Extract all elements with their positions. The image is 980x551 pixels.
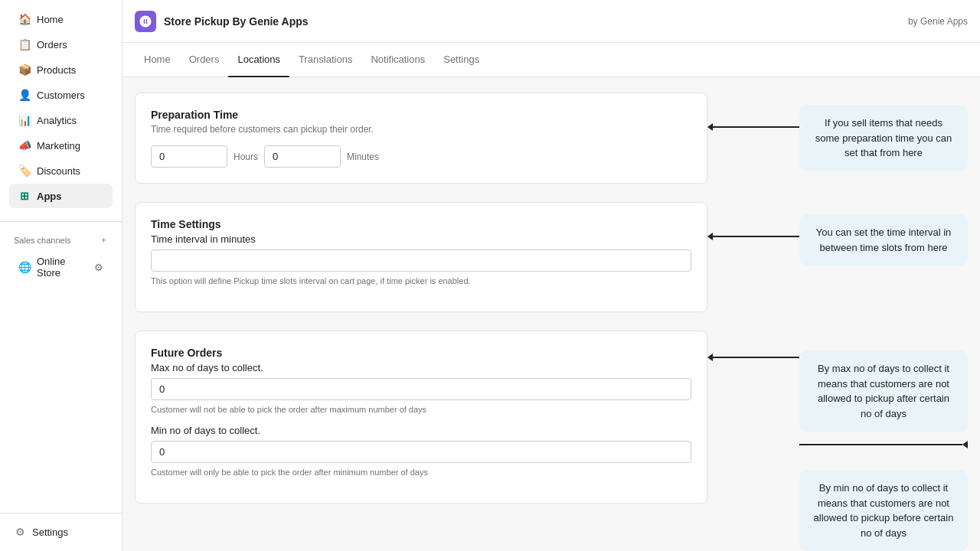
time-interval-block: Time interval in minutes This option wil… bbox=[151, 233, 691, 285]
hours-input[interactable] bbox=[151, 145, 227, 168]
min-days-tooltip: By min no of days to collect it means th… bbox=[799, 470, 968, 551]
sidebar-item-analytics[interactable]: 📊 Analytics bbox=[9, 108, 113, 132]
app-icon bbox=[135, 11, 156, 32]
main-area: Store Pickup By Genie Apps by Genie Apps… bbox=[122, 0, 980, 551]
sidebar-bottom: ⚙ Settings bbox=[0, 507, 122, 551]
time-interval-input[interactable] bbox=[151, 249, 691, 272]
tab-notifications[interactable]: Notifications bbox=[361, 43, 434, 77]
arrow-line-future bbox=[713, 357, 799, 358]
min-days-label: Min no of days to collect. bbox=[151, 425, 691, 436]
sidebar-item-online-store[interactable]: 🌐 Online Store ⚙ bbox=[9, 249, 113, 285]
preparation-time-title: Preparation Time bbox=[151, 109, 691, 121]
minutes-label: Minutes bbox=[347, 152, 379, 162]
sidebar-item-discounts[interactable]: 🏷️ Discounts bbox=[9, 158, 113, 183]
arrow-head-time bbox=[707, 233, 713, 240]
sidebar-item-customers[interactable]: 👤 Customers bbox=[9, 83, 113, 107]
preparation-tooltip: If you sell items that needs some prepar… bbox=[799, 105, 968, 171]
app-title-area: Store Pickup By Genie Apps bbox=[135, 11, 309, 32]
sidebar-divider bbox=[0, 221, 122, 222]
preparation-time-section: Preparation Time Time required before cu… bbox=[135, 93, 968, 184]
arrow-line-prep bbox=[713, 126, 799, 128]
preparation-arrow bbox=[707, 123, 799, 131]
future-orders-arrow bbox=[707, 354, 799, 361]
min-days-hint: Customer will only be able to pick the o… bbox=[151, 468, 691, 477]
time-interval-label: Time interval in minutes bbox=[151, 233, 691, 245]
settings-icon: ⚙ bbox=[14, 526, 26, 538]
time-settings-card: Time Settings Time interval in minutes T… bbox=[135, 202, 707, 312]
preparation-time-inputs: Hours Minutes bbox=[151, 145, 691, 168]
future-orders-card: Future Orders Max no of days to collect.… bbox=[135, 331, 707, 504]
sidebar-bottom-divider bbox=[0, 513, 122, 514]
analytics-icon: 📊 bbox=[18, 114, 31, 126]
sidebar-item-orders[interactable]: 📋 Orders bbox=[9, 32, 113, 57]
min-days-arrow-row bbox=[799, 441, 968, 448]
tab-locations[interactable]: Locations bbox=[228, 43, 289, 77]
hours-label: Hours bbox=[234, 152, 258, 162]
discounts-icon: 🏷️ bbox=[18, 165, 31, 177]
min-days-input[interactable] bbox=[151, 441, 691, 463]
max-days-hint: Customer will not be able to pick the or… bbox=[151, 405, 691, 414]
online-store-settings-icon[interactable]: ⚙ bbox=[94, 262, 103, 273]
app-icon-svg bbox=[139, 15, 152, 28]
minutes-input[interactable] bbox=[264, 145, 341, 168]
arrow-head-future bbox=[707, 354, 713, 361]
sidebar: 🏠 Home 📋 Orders 📦 Products 👤 Customers 📊… bbox=[0, 0, 122, 551]
customers-icon: 👤 bbox=[18, 89, 31, 101]
max-days-input[interactable] bbox=[151, 378, 691, 400]
preparation-time-subtitle: Time required before customers can picku… bbox=[151, 124, 691, 135]
sidebar-item-products[interactable]: 📦 Products bbox=[9, 57, 113, 82]
sidebar-item-apps[interactable]: ⊞ Apps bbox=[9, 184, 113, 208]
future-orders-title: Future Orders bbox=[151, 347, 691, 359]
future-orders-tooltips: By max no of days to collect it means th… bbox=[799, 338, 968, 551]
online-store-icon: 🌐 bbox=[18, 261, 31, 273]
arrow-line-min bbox=[799, 444, 962, 445]
products-icon: 📦 bbox=[18, 64, 31, 76]
tabs-nav: Home Orders Locations Translations Notif… bbox=[122, 43, 980, 77]
time-settings-section: Time Settings Time interval in minutes T… bbox=[135, 202, 968, 312]
tab-translations[interactable]: Translations bbox=[289, 43, 361, 77]
app-title: Store Pickup By Genie Apps bbox=[164, 15, 309, 28]
add-sales-channel-icon[interactable]: ＋ bbox=[100, 234, 108, 246]
tab-orders[interactable]: Orders bbox=[180, 43, 229, 77]
sidebar-item-home[interactable]: 🏠 Home bbox=[9, 7, 113, 31]
sales-channels-section: Sales channels ＋ bbox=[0, 228, 122, 249]
max-days-block: Max no of days to collect. Customer will… bbox=[151, 362, 691, 414]
max-days-label: Max no of days to collect. bbox=[151, 362, 691, 373]
arrow-head-prep bbox=[707, 123, 713, 131]
arrow-head-min bbox=[962, 441, 968, 448]
orders-icon: 📋 bbox=[18, 38, 31, 51]
sidebar-item-marketing[interactable]: 📣 Marketing bbox=[9, 133, 113, 158]
apps-icon: ⊞ bbox=[18, 190, 31, 202]
time-settings-title: Time Settings bbox=[151, 218, 691, 230]
page-content: Preparation Time Time required before cu… bbox=[122, 77, 980, 551]
future-orders-section: Future Orders Max no of days to collect.… bbox=[135, 331, 968, 551]
min-days-block: Min no of days to collect. Customer will… bbox=[151, 425, 691, 477]
time-settings-tooltip: You can set the time interval in between… bbox=[799, 214, 968, 266]
preparation-time-card: Preparation Time Time required before cu… bbox=[135, 93, 707, 184]
sidebar-item-settings[interactable]: ⚙ Settings bbox=[5, 520, 117, 544]
tab-home[interactable]: Home bbox=[135, 43, 180, 77]
home-icon: 🏠 bbox=[18, 13, 31, 25]
time-settings-arrow bbox=[707, 233, 799, 240]
time-interval-hint: This option will define Pickup time slot… bbox=[151, 276, 691, 285]
arrow-line-time bbox=[713, 236, 799, 237]
app-byline: by Genie Apps bbox=[908, 16, 968, 27]
tab-settings[interactable]: Settings bbox=[434, 43, 488, 77]
max-days-tooltip: By max no of days to collect it means th… bbox=[799, 350, 968, 432]
topbar: Store Pickup By Genie Apps by Genie Apps bbox=[122, 0, 980, 43]
marketing-icon: 📣 bbox=[18, 139, 31, 152]
